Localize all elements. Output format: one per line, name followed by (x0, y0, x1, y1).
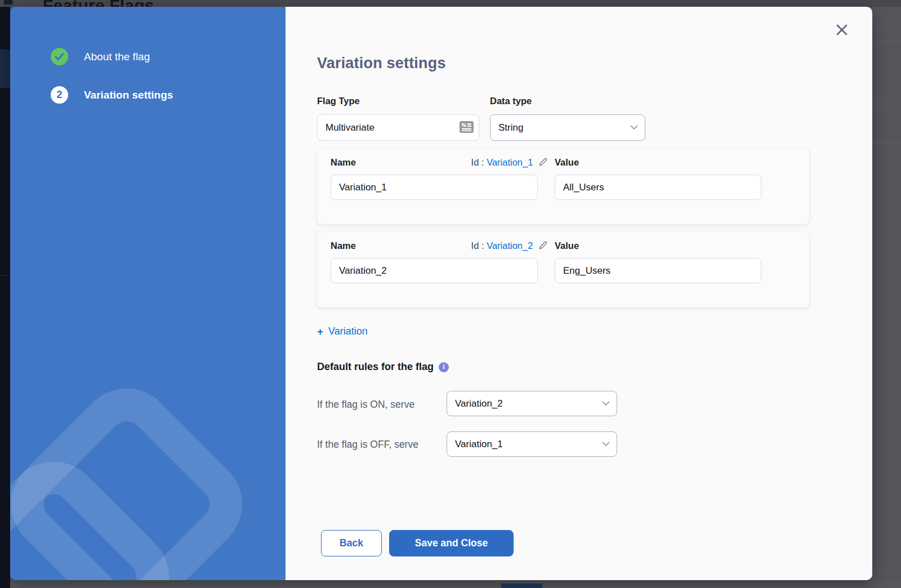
flag-off-serve-value: Variation_1 (455, 439, 503, 450)
flag-wizard-modal: About the flag 2 Variation settings Vari… (10, 7, 872, 580)
default-rules-title: Default rules for the flag i (317, 361, 449, 373)
plus-icon: + (317, 326, 323, 337)
variation-value-input[interactable] (555, 258, 761, 283)
edit-pencil-icon[interactable] (538, 158, 548, 168)
variation-id-link[interactable]: Variation_1 (487, 157, 533, 167)
nav-divider (0, 275, 10, 276)
divider (872, 41, 901, 41)
flag-type-field (317, 114, 479, 141)
app-left-nav (0, 7, 10, 588)
variation-id-link[interactable]: Variation_2 (487, 240, 533, 251)
flag-on-serve-select[interactable]: Variation_2 (447, 391, 617, 416)
close-button[interactable] (833, 21, 851, 39)
step-about-the-flag[interactable]: About the flag (51, 48, 173, 65)
data-type-select[interactable]: String (490, 114, 645, 141)
wizard-content-panel: Variation settings Flag Type Data type S… (286, 7, 872, 580)
flag-type-label: Flag Type (317, 96, 360, 106)
multivariate-icon (460, 121, 474, 135)
info-icon: i (158, 0, 166, 7)
page-title: Feature Flagsi (43, 0, 166, 7)
chevron-down-icon (602, 442, 610, 447)
flag-on-rule-label: If the flag is ON, serve (317, 397, 414, 412)
variation-card: Name Id : Variation_2 Value (317, 231, 809, 308)
check-circle-icon (51, 48, 68, 65)
step-variation-settings[interactable]: 2 Variation settings (51, 86, 173, 104)
step-number-badge: 2 (51, 86, 68, 104)
flag-off-serve-select[interactable]: Variation_1 (447, 431, 617, 457)
page-title-text: Feature Flags (43, 0, 154, 7)
flag-type-input[interactable] (317, 114, 479, 141)
info-icon: i (439, 362, 449, 372)
variation-card: Name Id : Variation_1 Value (317, 148, 809, 224)
nav-selected-item (0, 50, 10, 88)
flag-off-rule-label: If the flag is OFF, serve (317, 437, 430, 452)
variation-value-input[interactable] (555, 175, 761, 200)
variation-id: Id : Variation_2 (435, 240, 548, 252)
dimmed-page-bottom (10, 580, 901, 588)
back-button[interactable]: Back (321, 530, 382, 556)
edit-pencil-icon[interactable] (538, 242, 548, 252)
flag-on-serve-value: Variation_2 (455, 398, 503, 409)
default-rules-title-text: Default rules for the flag (317, 361, 434, 373)
save-and-close-button[interactable]: Save and Close (389, 530, 514, 556)
chevron-down-icon (602, 401, 610, 406)
add-variation-label: Variation (328, 326, 368, 337)
divider (872, 143, 901, 144)
variation-name-input[interactable] (331, 175, 538, 200)
page-header-strip: Feature Flagsi (0, 0, 901, 7)
add-variation-button[interactable]: + Variation (317, 326, 368, 337)
divider (872, 104, 901, 104)
variation-value-label: Value (555, 240, 579, 251)
dimmed-page-right (872, 7, 901, 588)
step-label: About the flag (84, 51, 150, 63)
variation-id-label: Id : (471, 157, 484, 167)
step-label: Variation settings (84, 89, 173, 101)
variation-name-input[interactable] (331, 258, 538, 283)
wizard-steps: About the flag 2 Variation settings (51, 48, 173, 104)
chevron-down-icon (630, 125, 638, 130)
data-type-value: String (498, 122, 523, 133)
data-type-label: Data type (490, 96, 532, 106)
close-icon (835, 23, 849, 37)
panel-title: Variation settings (317, 55, 446, 72)
variation-value-label: Value (555, 157, 579, 168)
variation-name-label: Name (331, 240, 356, 251)
variation-name-label: Name (331, 157, 356, 168)
variation-id: Id : Variation_1 (435, 157, 548, 169)
wizard-sidebar: About the flag 2 Variation settings (10, 7, 286, 580)
nav-logo-fragment (3, 0, 14, 6)
variation-id-label: Id : (471, 240, 484, 251)
page-element-fragment (501, 583, 542, 588)
